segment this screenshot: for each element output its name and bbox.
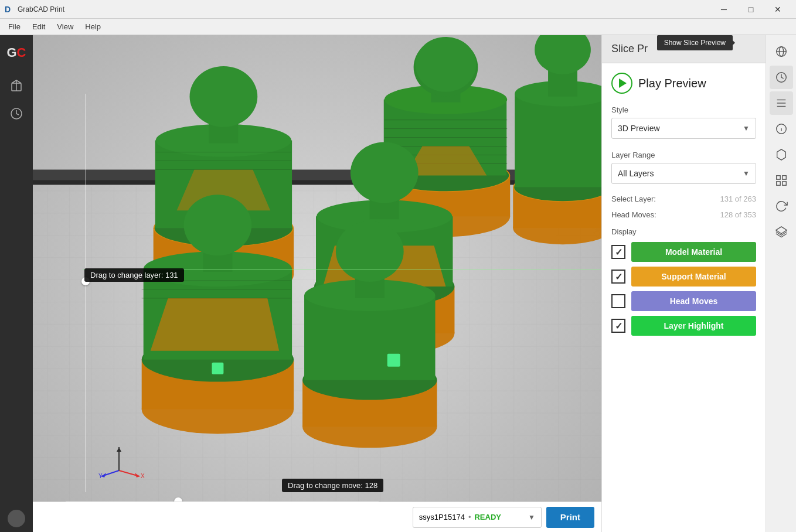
layer-range-section: Layer Range All Layers ▼ — [602, 146, 766, 191]
logo-c: C — [17, 45, 26, 60]
model-material-button[interactable]: Model Material — [631, 242, 756, 262]
printer-status: READY — [474, 513, 501, 521]
svg-marker-88 — [777, 149, 785, 160]
head-moves-button[interactable]: Head Moves — [631, 291, 756, 311]
display-model-material-row: ✓ Model Material — [611, 242, 756, 262]
user-avatar[interactable] — [8, 510, 25, 527]
move-tooltip: Drag to change move: 128 — [282, 479, 383, 492]
menu-edit[interactable]: Edit — [26, 20, 51, 33]
axis-svg: X Y — [98, 444, 145, 479]
refresh-icon — [775, 200, 788, 213]
menubar: File Edit View Help — [0, 19, 796, 35]
display-support-material-row: ✓ Support Material — [611, 267, 756, 287]
layers-icon — [775, 226, 788, 238]
info-button[interactable] — [770, 117, 793, 141]
printer-name: ssys1P15174 — [419, 513, 465, 521]
layer-highlight-button[interactable]: Layer Highlight — [631, 316, 756, 336]
style-section: Style 3D Preview ▼ — [602, 101, 766, 146]
svg-point-29 — [535, 35, 591, 74]
list-button[interactable] — [770, 91, 793, 115]
titlebar: D GrabCAD Print ─ □ ✕ — [0, 0, 796, 19]
sidebar-clock-button[interactable] — [4, 101, 29, 127]
right-panel: Show Slice Preview Slice Pr Play Preview… — [601, 35, 766, 532]
preview-clock-button[interactable] — [770, 66, 793, 89]
show-slice-preview-tooltip: Show Slice Preview — [657, 35, 733, 50]
head-moves-value: 128 of 353 — [720, 210, 756, 219]
globe-icon — [775, 45, 788, 58]
info-icon — [775, 122, 788, 135]
layer-range-value: All Layers — [618, 169, 654, 178]
svg-rect-92 — [782, 182, 785, 185]
model-material-checkbox[interactable]: ✓ — [611, 245, 625, 259]
slice-header-title: Slice Pr — [611, 43, 648, 55]
layer-range-dropdown-arrow: ▼ — [743, 169, 750, 178]
menu-file[interactable]: File — [2, 20, 26, 33]
layers-button[interactable] — [770, 220, 793, 244]
close-button[interactable]: ✕ — [764, 0, 791, 19]
left-sidebar: GC — [0, 35, 33, 532]
menu-view[interactable]: View — [51, 20, 79, 33]
print-button[interactable]: Print — [546, 507, 594, 528]
style-label: Style — [611, 105, 756, 114]
sidebar-package-button[interactable] — [4, 73, 29, 98]
svg-rect-58 — [212, 363, 223, 374]
svg-point-65 — [336, 221, 404, 282]
play-preview-row: Play Preview — [602, 63, 766, 101]
list-icon — [775, 97, 788, 110]
maximize-button[interactable]: □ — [737, 0, 764, 19]
display-layer-highlight-row: ✓ Layer Highlight — [611, 316, 756, 336]
printer-dropdown-arrow: ▼ — [528, 513, 535, 521]
menu-help[interactable]: Help — [79, 20, 107, 33]
logo-g: G — [6, 45, 16, 60]
head-moves-checkbox[interactable] — [611, 294, 625, 308]
select-layer-label: Select Layer: — [611, 195, 656, 203]
globe-button[interactable] — [770, 40, 793, 63]
right-icon-bar — [766, 35, 796, 532]
layer-tooltip: Drag to change layer: 131 — [84, 268, 184, 282]
play-preview-button[interactable] — [611, 73, 632, 94]
support-material-checkbox[interactable]: ✓ — [611, 270, 625, 284]
svg-rect-91 — [776, 182, 780, 185]
support-material-checkmark: ✓ — [615, 271, 622, 282]
style-dropdown[interactable]: 3D Preview ▼ — [611, 118, 756, 139]
printer-select[interactable]: ssys1P15174 • READY ▼ — [413, 507, 542, 528]
select-layer-row: Select Layer: 131 of 263 — [602, 191, 766, 207]
refresh-button[interactable] — [770, 195, 793, 218]
head-moves-label: Head Moves: — [611, 210, 656, 219]
app-logo: GC — [4, 40, 29, 66]
status-bar: ssys1P15174 • READY ▼ Print — [33, 502, 601, 532]
support-material-button[interactable]: Support Material — [631, 267, 756, 287]
style-dropdown-arrow: ▼ — [743, 124, 750, 132]
printer-separator: • — [468, 513, 471, 521]
select-layer-value: 131 of 263 — [720, 195, 756, 203]
main-layout: GC — [0, 35, 796, 532]
axis-indicator: X Y — [98, 444, 145, 479]
grid-button[interactable] — [770, 169, 793, 192]
display-label: Display — [611, 227, 756, 236]
minimize-button[interactable]: ─ — [710, 0, 737, 19]
viewport[interactable]: Drag to change layer: 131 Drag to change… — [33, 35, 601, 532]
window-controls: ─ □ ✕ — [710, 0, 791, 19]
svg-rect-89 — [776, 176, 780, 179]
play-preview-label: Play Preview — [638, 77, 706, 90]
svg-rect-26 — [515, 94, 601, 187]
layer-highlight-checkmark: ✓ — [615, 320, 622, 332]
package-icon — [9, 79, 23, 93]
layer-highlight-checkbox[interactable]: ✓ — [611, 319, 625, 333]
clock-icon — [9, 107, 23, 121]
svg-point-14 — [416, 37, 477, 92]
layer-range-dropdown[interactable]: All Layers ▼ — [611, 163, 756, 184]
svg-marker-57 — [151, 298, 279, 351]
svg-text:Y: Y — [98, 473, 103, 479]
svg-text:X: X — [141, 473, 145, 479]
hex-button[interactable] — [770, 143, 793, 166]
svg-point-56 — [184, 195, 252, 255]
layer-range-label: Layer Range — [611, 151, 756, 159]
hex-icon — [775, 148, 788, 161]
app-title: GrabCAD Print — [18, 5, 710, 13]
display-head-moves-row: Head Moves — [611, 291, 756, 311]
svg-marker-77 — [117, 447, 121, 452]
preview-clock-icon — [775, 71, 788, 84]
layer-slider-container — [83, 94, 89, 492]
layer-slider-track[interactable] — [85, 94, 86, 492]
